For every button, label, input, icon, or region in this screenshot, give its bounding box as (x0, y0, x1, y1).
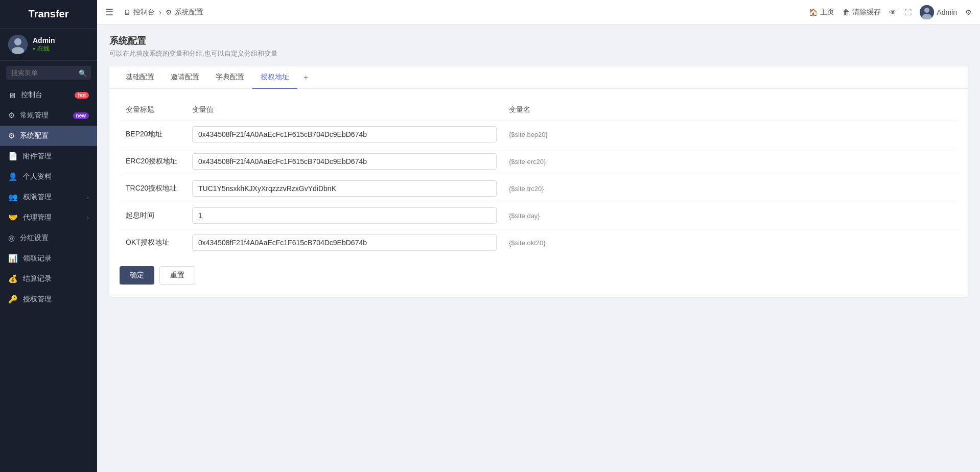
admin-avatar (920, 5, 934, 19)
svg-point-4 (924, 8, 929, 13)
field-input-col-4 (186, 229, 503, 256)
sidebar-item-label: 个人资料 (23, 172, 52, 181)
sidebar-search-container: 🔍 (0, 61, 97, 85)
home-button[interactable]: 🏠 主页 (809, 8, 834, 17)
sidebar-item-agents[interactable]: 🤝 代理管理 › (0, 207, 97, 228)
sidebar-item-files[interactable]: 📄 附件管理 (0, 146, 97, 167)
fullscreen-button[interactable]: ⛶ (904, 8, 912, 16)
tab-basic[interactable]: 基础配置 (118, 66, 162, 89)
sidebar-item-settlements[interactable]: 💰 结算记录 (0, 269, 97, 289)
col-header-varname: 变量名 (503, 101, 958, 121)
main-content: 系统配置 可以在此填改系统的变量和分组,也可以自定义分组和变量 基础配置 邀请配… (97, 25, 980, 472)
files-icon: 📄 (8, 152, 18, 161)
clear-cache-label: 清除缓存 (852, 8, 881, 17)
settings-icon: ⚙ (965, 8, 972, 16)
sidebar-item-sysconfig[interactable]: ⚙ 系统配置 (0, 126, 97, 146)
breadcrumb-separator: › (159, 8, 161, 16)
page-header: 系统配置 可以在此填改系统的变量和分组,也可以自定义分组和变量 (109, 35, 968, 58)
tab-invite[interactable]: 邀请配置 (162, 66, 207, 89)
sidebar: Transfer Admin 在线 🔍 🖥 控制台 hot (0, 0, 97, 472)
field-input-col-0 (186, 121, 503, 148)
home-icon: 🏠 (809, 8, 818, 16)
field-input-2[interactable] (192, 180, 497, 197)
sidebar-item-dividends[interactable]: ◎ 分红设置 (0, 228, 97, 248)
page-description: 可以在此填改系统的变量和分组,也可以自定义分组和变量 (109, 49, 968, 58)
field-input-0[interactable] (192, 126, 497, 143)
field-label-0: BEP20地址 (120, 121, 186, 148)
admin-user[interactable]: Admin (920, 5, 957, 19)
sidebar-nav: 🖥 控制台 hot ⚙ 常规管理 new ⚙ 系统配置 📄 附件管理 (0, 85, 97, 472)
sidebar-item-label: 控制台 (21, 90, 42, 100)
auth-icon: 🔑 (8, 295, 18, 304)
menu-toggle-icon[interactable]: ☰ (105, 7, 113, 18)
sidebar-item-auth[interactable]: 🔑 授权管理 (0, 289, 97, 310)
field-varname-1: {$site.erc20} (503, 148, 958, 175)
sidebar-logo: Transfer (0, 0, 97, 29)
sysconfig-breadcrumb-icon: ⚙ (166, 8, 172, 16)
sysconfig-icon: ⚙ (8, 131, 15, 140)
sidebar-item-dashboard[interactable]: 🖥 控制台 hot (0, 85, 97, 105)
sidebar-item-permissions[interactable]: 👥 权限管理 › (0, 187, 97, 207)
tab-auth-address[interactable]: 授权地址 (252, 66, 297, 89)
field-label-1: ERC20授权地址 (120, 148, 186, 175)
breadcrumb-sysconfig-label: 系统配置 (175, 8, 203, 17)
dashboard-breadcrumb-icon: 🖥 (124, 8, 131, 16)
field-input-col-1 (186, 148, 503, 175)
tabs-bar: 基础配置 邀请配置 字典配置 授权地址 + (109, 66, 968, 89)
sidebar-item-general[interactable]: ⚙ 常规管理 new (0, 105, 97, 126)
eye-icon: 👁 (889, 8, 896, 16)
chevron-right-icon: › (87, 194, 89, 200)
topbar: ☰ 🖥 控制台 › ⚙ 系统配置 🏠 主页 🗑 清除缓存 (97, 0, 980, 25)
avatar (8, 35, 28, 54)
user-info: Admin 在线 (33, 36, 55, 53)
breadcrumb-item-dashboard: 🖥 控制台 (124, 8, 155, 17)
clear-cache-button[interactable]: 🗑 清除缓存 (843, 8, 881, 17)
new-badge: new (73, 112, 89, 119)
claims-icon: 📊 (8, 254, 18, 263)
reset-button[interactable]: 重置 (159, 266, 195, 285)
field-label-2: TRC20授权地址 (120, 175, 186, 202)
sidebar-item-label: 代理管理 (23, 213, 52, 222)
field-varname-0: {$site.bep20} (503, 121, 958, 148)
username: Admin (33, 36, 55, 44)
sidebar-item-label: 领取记录 (23, 254, 52, 263)
sidebar-item-label: 常规管理 (20, 111, 49, 120)
main-area: ☰ 🖥 控制台 › ⚙ 系统配置 🏠 主页 🗑 清除缓存 (97, 0, 980, 472)
form-area: 变量标题 变量值 变量名 BEP20地址 {$site.bep20} ERC20… (109, 89, 968, 297)
sidebar-item-claims[interactable]: 📊 领取记录 (0, 248, 97, 269)
admin-name: Admin (937, 8, 957, 16)
form-actions: 确定 重置 (120, 266, 958, 285)
config-card: 基础配置 邀请配置 字典配置 授权地址 + 变量标题 变量值 变量名 (109, 66, 968, 297)
confirm-button[interactable]: 确定 (120, 266, 154, 285)
eye-button[interactable]: 👁 (889, 8, 896, 16)
col-header-label: 变量标题 (120, 101, 186, 121)
dashboard-icon: 🖥 (8, 91, 16, 100)
settings-button[interactable]: ⚙ (965, 8, 972, 16)
sidebar-item-label: 结算记录 (23, 274, 52, 284)
settlements-icon: 💰 (8, 274, 18, 284)
table-row: 起息时间 {$site.day} (120, 202, 958, 229)
field-input-4[interactable] (192, 234, 497, 251)
chevron-right-icon: › (87, 215, 89, 221)
table-row: ERC20授权地址 {$site.erc20} (120, 148, 958, 175)
table-row: OKT授权地址 {$site.okt20} (120, 229, 958, 256)
trash-icon: 🗑 (843, 8, 850, 16)
table-row: TRC20授权地址 {$site.trc20} (120, 175, 958, 202)
agents-icon: 🤝 (8, 213, 18, 222)
field-input-1[interactable] (192, 153, 497, 170)
field-input-3[interactable] (192, 207, 497, 224)
sidebar-item-label: 授权管理 (23, 295, 52, 304)
table-row: BEP20地址 {$site.bep20} (120, 121, 958, 148)
profile-icon: 👤 (8, 172, 18, 181)
sidebar-item-label: 分红设置 (20, 233, 49, 243)
sidebar-item-label: 附件管理 (23, 152, 52, 161)
permissions-icon: 👥 (8, 193, 18, 202)
breadcrumb-dashboard-label: 控制台 (133, 8, 155, 17)
field-varname-3: {$site.day} (503, 202, 958, 229)
sidebar-item-profile[interactable]: 👤 个人资料 (0, 167, 97, 187)
tab-add-button[interactable]: + (297, 68, 314, 87)
tab-dictionary[interactable]: 字典配置 (207, 66, 252, 89)
config-table: 变量标题 变量值 变量名 BEP20地址 {$site.bep20} ERC20… (120, 101, 958, 256)
fullscreen-icon: ⛶ (904, 8, 912, 16)
sidebar-item-label: 系统配置 (20, 131, 49, 140)
